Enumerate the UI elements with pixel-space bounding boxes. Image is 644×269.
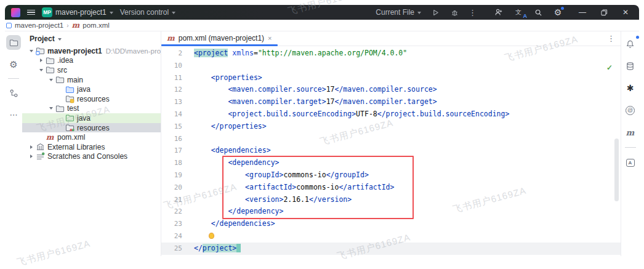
run-config-label: Current File bbox=[376, 8, 414, 17]
code-line-17[interactable]: 17 <dependencies> bbox=[161, 145, 621, 157]
maven-tool-button[interactable]: m bbox=[623, 125, 638, 140]
scratch-icon bbox=[35, 152, 45, 161]
chevron-down-icon[interactable] bbox=[47, 107, 55, 110]
editor-scrollbar[interactable] bbox=[614, 139, 619, 201]
code-token: commons-io bbox=[283, 171, 326, 179]
tab-options-icon[interactable]: ⋮ bbox=[607, 34, 615, 43]
tree-item-src[interactable]: src bbox=[22, 65, 161, 75]
code-token: </properties> bbox=[211, 122, 267, 130]
version-control-widget[interactable]: Version control bbox=[120, 8, 175, 17]
code-line-12[interactable]: 12 <maven.compiler.source>17</maven.comp… bbox=[161, 84, 621, 96]
run-button[interactable] bbox=[430, 7, 440, 17]
breadcrumb-project[interactable]: maven-project1 bbox=[15, 22, 63, 29]
code-line-18[interactable]: 18 <dependency> bbox=[161, 157, 621, 169]
project-tool-button[interactable] bbox=[6, 35, 21, 50]
debug-button[interactable] bbox=[449, 7, 459, 17]
translation-tool-button[interactable]: A bbox=[623, 155, 638, 170]
intention-bulb-icon[interactable] bbox=[209, 233, 214, 239]
folder-project-icon bbox=[35, 46, 45, 55]
breadcrumb: maven-project1 › m pom.xml bbox=[5, 20, 639, 31]
chevron-down-icon[interactable] bbox=[37, 69, 45, 71]
plugin-tool-button[interactable]: ✱ bbox=[623, 81, 638, 95]
tree-item-java[interactable]: java bbox=[22, 84, 161, 94]
code-text: </dependency> bbox=[192, 206, 283, 218]
tree-item-test[interactable]: test bbox=[22, 104, 161, 114]
settings-tool-button[interactable]: ⚙ bbox=[6, 57, 21, 71]
notifications-tool-button[interactable] bbox=[623, 36, 638, 51]
code-line-14[interactable]: 14 <project.build.sourceEncoding>UTF-8</… bbox=[161, 108, 621, 121]
chevron-down-icon[interactable] bbox=[27, 50, 35, 52]
tree-item-external-libraries[interactable]: External Libraries bbox=[22, 142, 161, 152]
more-actions-button[interactable]: ⋮ bbox=[469, 8, 477, 17]
code-line-11[interactable]: 11 <properties> bbox=[161, 72, 621, 84]
translate-icon[interactable]: 文A bbox=[513, 7, 523, 17]
breadcrumb-file[interactable]: pom.xml bbox=[83, 22, 109, 29]
main-menu-button[interactable] bbox=[27, 10, 35, 15]
chevron-right-icon[interactable] bbox=[37, 58, 45, 62]
settings-gear-button[interactable]: ⚙ bbox=[553, 7, 563, 17]
chevron-right-icon[interactable] bbox=[27, 145, 35, 149]
code-line-2[interactable]: 2<project xmlns="http://maven.apache.org… bbox=[161, 47, 621, 60]
chevron-down-icon[interactable] bbox=[47, 79, 55, 81]
project-tree: maven-project1D:\DD\maven-project1.ideas… bbox=[22, 46, 161, 161]
project-panel-header[interactable]: Project bbox=[22, 31, 161, 46]
code-editor[interactable]: 2<project xmlns="http://maven.apache.org… bbox=[161, 46, 621, 256]
code-text: </project> bbox=[192, 243, 241, 255]
close-button[interactable]: ✕ bbox=[621, 7, 630, 17]
maximize-button[interactable] bbox=[599, 7, 609, 17]
structure-tool-button[interactable] bbox=[6, 86, 21, 100]
tree-item-scratches-and-consoles[interactable]: Scratches and Consoles bbox=[22, 152, 161, 162]
tab-label: pom.xml (maven-project1) bbox=[179, 34, 264, 42]
code-line-15[interactable]: 15 </properties> bbox=[161, 121, 621, 133]
right-tool-stripe: ✱@mA bbox=[621, 31, 639, 256]
code-text: <dependency> bbox=[192, 157, 279, 169]
code-line-21[interactable]: 21 <version>2.16.1</version> bbox=[161, 194, 621, 206]
code-line-10[interactable]: 10 bbox=[161, 60, 621, 72]
line-number: 12 bbox=[161, 84, 192, 96]
code-text: <dependencies> bbox=[192, 145, 271, 157]
code-line-13[interactable]: 13 <maven.compiler.target>17</maven.comp… bbox=[161, 96, 621, 108]
window-controls: — ✕ bbox=[578, 7, 630, 17]
code-token: </version> bbox=[309, 195, 352, 204]
project-panel: Project maven-project1D:\DD\maven-projec… bbox=[22, 31, 161, 256]
chevron-right-icon[interactable] bbox=[27, 155, 35, 158]
maven-icon: m bbox=[167, 34, 175, 42]
line-number: 17 bbox=[161, 145, 192, 157]
more-tool-windows-button[interactable]: ⋯ bbox=[6, 107, 21, 122]
code-token: = bbox=[254, 49, 258, 57]
tree-item-resources[interactable]: resources bbox=[22, 123, 161, 133]
code-line-25[interactable]: 25</project> bbox=[161, 243, 621, 255]
assistant-tool-button[interactable]: @ bbox=[623, 103, 638, 118]
title-bar-tools: 文A ⚙ bbox=[494, 7, 563, 17]
tree-item--idea[interactable]: .idea bbox=[22, 56, 161, 66]
code-token: <groupId> bbox=[245, 171, 283, 179]
code-line-20[interactable]: 20 <artifactId>commons-io</artifactId> bbox=[161, 182, 621, 194]
code-line-24[interactable]: 24 bbox=[161, 230, 621, 243]
project-widget[interactable]: MP maven-project1 bbox=[42, 7, 113, 17]
database-tool-button[interactable] bbox=[623, 58, 638, 73]
tree-item-main[interactable]: main bbox=[22, 75, 161, 85]
run-configuration-selector[interactable]: Current File bbox=[376, 8, 421, 17]
tree-item-java[interactable]: java bbox=[22, 113, 161, 123]
code-line-19[interactable]: 19 <groupId>commons-io</groupId> bbox=[161, 169, 621, 182]
search-everywhere-button[interactable] bbox=[533, 7, 543, 17]
code-text bbox=[192, 230, 214, 243]
code-token: commons-io bbox=[296, 183, 339, 191]
tab-close-icon[interactable]: × bbox=[268, 34, 272, 42]
code-line-23[interactable]: 23 </dependencies> bbox=[161, 218, 621, 230]
code-line-16[interactable]: 16 bbox=[161, 133, 621, 145]
code-token bbox=[194, 195, 245, 204]
breadcrumb-separator: › bbox=[66, 22, 68, 29]
code-text: <properties> bbox=[192, 72, 262, 84]
code-with-me-button[interactable] bbox=[494, 7, 504, 17]
line-number: 14 bbox=[161, 108, 192, 121]
tree-item-resources[interactable]: resources bbox=[22, 94, 161, 104]
tree-item-pom-xml[interactable]: mpom.xml bbox=[22, 132, 161, 142]
tree-item-maven-project1[interactable]: maven-project1D:\DD\maven-project1 bbox=[22, 46, 161, 56]
line-number: 25 bbox=[161, 243, 192, 255]
chevron-down-icon bbox=[417, 12, 421, 14]
minimize-button[interactable]: — bbox=[578, 7, 587, 17]
code-line-22[interactable]: 22 </dependency> bbox=[161, 206, 621, 218]
tree-item-label: src bbox=[57, 66, 67, 74]
tab-pom-xml[interactable]: m pom.xml (maven-project1) × bbox=[161, 31, 278, 46]
